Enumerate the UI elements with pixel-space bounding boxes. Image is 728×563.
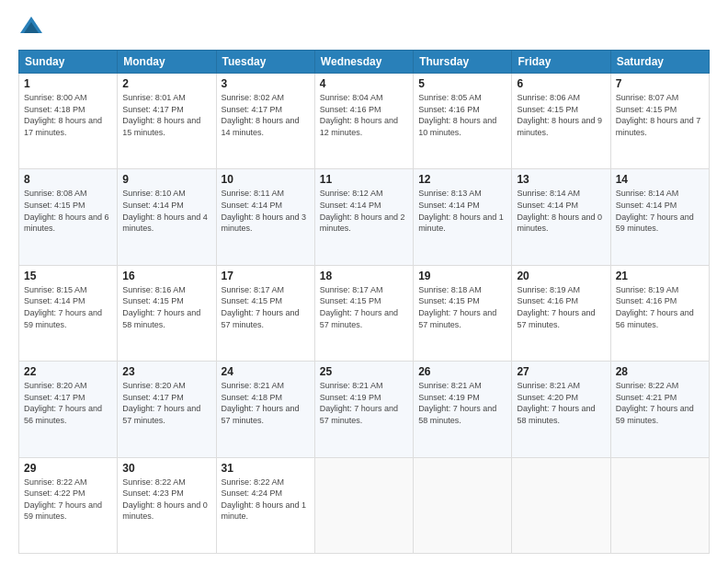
- day-cell-10: 10 Sunrise: 8:11 AM Sunset: 4:14 PM Dayl…: [216, 169, 314, 265]
- day-info: Sunrise: 8:22 AM Sunset: 4:21 PM Dayligh…: [616, 380, 704, 426]
- day-info: Sunrise: 8:21 AM Sunset: 4:19 PM Dayligh…: [418, 380, 506, 426]
- day-number: 11: [320, 173, 408, 186]
- day-header-monday: Monday: [118, 51, 216, 74]
- day-cell-12: 12 Sunrise: 8:13 AM Sunset: 4:14 PM Dayl…: [414, 169, 512, 265]
- day-number: 7: [616, 77, 704, 90]
- day-info: Sunrise: 8:12 AM Sunset: 4:14 PM Dayligh…: [320, 188, 408, 234]
- day-number: 16: [122, 270, 210, 282]
- day-info: Sunrise: 8:14 AM Sunset: 4:14 PM Dayligh…: [517, 188, 605, 234]
- day-cell-6: 6 Sunrise: 8:06 AM Sunset: 4:15 PM Dayli…: [512, 74, 610, 169]
- day-info: Sunrise: 8:21 AM Sunset: 4:20 PM Dayligh…: [517, 380, 605, 426]
- day-info: Sunrise: 8:15 AM Sunset: 4:14 PM Dayligh…: [24, 284, 112, 330]
- day-info: Sunrise: 8:01 AM Sunset: 4:17 PM Dayligh…: [122, 92, 210, 138]
- day-cell-17: 17 Sunrise: 8:17 AM Sunset: 4:15 PM Dayl…: [216, 265, 314, 361]
- day-number: 15: [24, 270, 112, 282]
- day-number: 26: [418, 365, 506, 378]
- day-cell-25: 25 Sunrise: 8:21 AM Sunset: 4:19 PM Dayl…: [314, 362, 413, 457]
- day-cell-8: 8 Sunrise: 8:08 AM Sunset: 4:15 PM Dayli…: [19, 169, 118, 265]
- day-info: Sunrise: 8:20 AM Sunset: 4:17 PM Dayligh…: [122, 380, 210, 426]
- calendar: SundayMondayTuesdayWednesdayThursdayFrid…: [18, 50, 710, 554]
- day-info: Sunrise: 8:22 AM Sunset: 4:23 PM Dayligh…: [122, 477, 210, 523]
- day-info: Sunrise: 8:19 AM Sunset: 4:16 PM Dayligh…: [517, 284, 605, 330]
- day-number: 30: [122, 462, 210, 475]
- day-info: Sunrise: 8:17 AM Sunset: 4:15 PM Dayligh…: [320, 284, 408, 330]
- day-header-sunday: Sunday: [19, 51, 118, 74]
- day-cell-26: 26 Sunrise: 8:21 AM Sunset: 4:19 PM Dayl…: [414, 362, 512, 457]
- day-cell-13: 13 Sunrise: 8:14 AM Sunset: 4:14 PM Dayl…: [512, 169, 610, 265]
- day-info: Sunrise: 8:14 AM Sunset: 4:14 PM Dayligh…: [616, 188, 704, 234]
- day-number: 25: [320, 365, 408, 378]
- day-info: Sunrise: 8:07 AM Sunset: 4:15 PM Dayligh…: [616, 92, 704, 138]
- day-cell-22: 22 Sunrise: 8:20 AM Sunset: 4:17 PM Dayl…: [19, 362, 118, 457]
- day-header-wednesday: Wednesday: [314, 51, 413, 74]
- day-number: 1: [24, 77, 112, 90]
- calendar-header-row: SundayMondayTuesdayWednesdayThursdayFrid…: [19, 51, 710, 74]
- day-number: 5: [418, 77, 506, 90]
- day-info: Sunrise: 8:13 AM Sunset: 4:14 PM Dayligh…: [418, 188, 506, 234]
- day-number: 18: [320, 270, 408, 282]
- day-number: 20: [517, 270, 605, 282]
- day-info: Sunrise: 8:22 AM Sunset: 4:22 PM Dayligh…: [24, 477, 112, 523]
- day-number: 22: [24, 365, 112, 378]
- day-number: 2: [122, 77, 210, 90]
- day-number: 3: [222, 77, 310, 90]
- day-number: 28: [616, 365, 704, 378]
- day-cell-23: 23 Sunrise: 8:20 AM Sunset: 4:17 PM Dayl…: [118, 362, 216, 457]
- day-number: 21: [616, 270, 704, 282]
- day-number: 9: [122, 173, 210, 186]
- day-info: Sunrise: 8:20 AM Sunset: 4:17 PM Dayligh…: [24, 380, 112, 426]
- empty-cell: [512, 457, 610, 553]
- day-number: 23: [122, 365, 210, 378]
- day-info: Sunrise: 8:00 AM Sunset: 4:18 PM Dayligh…: [24, 92, 112, 138]
- day-info: Sunrise: 8:02 AM Sunset: 4:17 PM Dayligh…: [222, 92, 310, 138]
- day-cell-3: 3 Sunrise: 8:02 AM Sunset: 4:17 PM Dayli…: [216, 74, 314, 169]
- day-number: 31: [222, 462, 310, 475]
- header: [18, 15, 710, 40]
- day-info: Sunrise: 8:11 AM Sunset: 4:14 PM Dayligh…: [222, 188, 310, 234]
- day-cell-14: 14 Sunrise: 8:14 AM Sunset: 4:14 PM Dayl…: [610, 169, 709, 265]
- day-cell-20: 20 Sunrise: 8:19 AM Sunset: 4:16 PM Dayl…: [512, 265, 610, 361]
- day-cell-18: 18 Sunrise: 8:17 AM Sunset: 4:15 PM Dayl…: [314, 265, 413, 361]
- logo-icon: [18, 15, 44, 40]
- day-number: 6: [517, 77, 605, 90]
- page: SundayMondayTuesdayWednesdayThursdayFrid…: [0, 0, 728, 563]
- day-number: 8: [24, 173, 112, 186]
- day-info: Sunrise: 8:17 AM Sunset: 4:15 PM Dayligh…: [222, 284, 310, 330]
- day-info: Sunrise: 8:21 AM Sunset: 4:18 PM Dayligh…: [222, 380, 310, 426]
- day-number: 4: [320, 77, 408, 90]
- day-number: 27: [517, 365, 605, 378]
- day-cell-5: 5 Sunrise: 8:05 AM Sunset: 4:16 PM Dayli…: [414, 74, 512, 169]
- week-row-5: 29 Sunrise: 8:22 AM Sunset: 4:22 PM Dayl…: [19, 457, 710, 553]
- day-header-tuesday: Tuesday: [216, 51, 314, 74]
- week-row-4: 22 Sunrise: 8:20 AM Sunset: 4:17 PM Dayl…: [19, 362, 710, 457]
- day-cell-28: 28 Sunrise: 8:22 AM Sunset: 4:21 PM Dayl…: [610, 362, 709, 457]
- day-info: Sunrise: 8:19 AM Sunset: 4:16 PM Dayligh…: [616, 284, 704, 330]
- logo: [18, 15, 48, 40]
- day-cell-1: 1 Sunrise: 8:00 AM Sunset: 4:18 PM Dayli…: [19, 74, 118, 169]
- day-cell-31: 31 Sunrise: 8:22 AM Sunset: 4:24 PM Dayl…: [216, 457, 314, 553]
- day-cell-21: 21 Sunrise: 8:19 AM Sunset: 4:16 PM Dayl…: [610, 265, 709, 361]
- day-cell-11: 11 Sunrise: 8:12 AM Sunset: 4:14 PM Dayl…: [314, 169, 413, 265]
- day-number: 14: [616, 173, 704, 186]
- day-info: Sunrise: 8:21 AM Sunset: 4:19 PM Dayligh…: [320, 380, 408, 426]
- day-number: 29: [24, 462, 112, 475]
- day-info: Sunrise: 8:04 AM Sunset: 4:16 PM Dayligh…: [320, 92, 408, 138]
- day-info: Sunrise: 8:05 AM Sunset: 4:16 PM Dayligh…: [418, 92, 506, 138]
- empty-cell: [610, 457, 709, 553]
- day-number: 13: [517, 173, 605, 186]
- day-cell-15: 15 Sunrise: 8:15 AM Sunset: 4:14 PM Dayl…: [19, 265, 118, 361]
- day-cell-7: 7 Sunrise: 8:07 AM Sunset: 4:15 PM Dayli…: [610, 74, 709, 169]
- day-header-thursday: Thursday: [414, 51, 512, 74]
- day-cell-9: 9 Sunrise: 8:10 AM Sunset: 4:14 PM Dayli…: [118, 169, 216, 265]
- day-cell-29: 29 Sunrise: 8:22 AM Sunset: 4:22 PM Dayl…: [19, 457, 118, 553]
- day-number: 19: [418, 270, 506, 282]
- day-number: 17: [222, 270, 310, 282]
- day-cell-24: 24 Sunrise: 8:21 AM Sunset: 4:18 PM Dayl…: [216, 362, 314, 457]
- day-info: Sunrise: 8:08 AM Sunset: 4:15 PM Dayligh…: [24, 188, 112, 234]
- day-info: Sunrise: 8:16 AM Sunset: 4:15 PM Dayligh…: [122, 284, 210, 330]
- empty-cell: [414, 457, 512, 553]
- day-cell-16: 16 Sunrise: 8:16 AM Sunset: 4:15 PM Dayl…: [118, 265, 216, 361]
- day-cell-19: 19 Sunrise: 8:18 AM Sunset: 4:15 PM Dayl…: [414, 265, 512, 361]
- week-row-1: 1 Sunrise: 8:00 AM Sunset: 4:18 PM Dayli…: [19, 74, 710, 169]
- day-header-friday: Friday: [512, 51, 610, 74]
